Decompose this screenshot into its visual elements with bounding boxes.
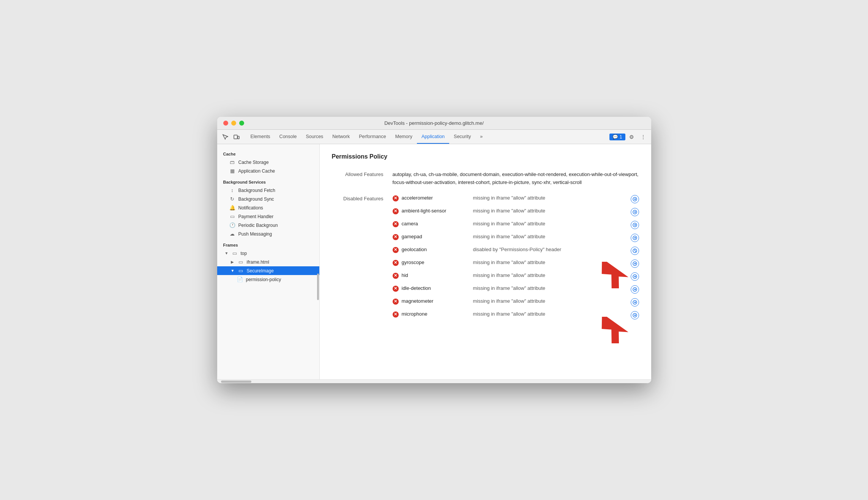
tab-console[interactable]: Console [275, 130, 301, 144]
feature-name-gamepad: gamepad [402, 234, 470, 239]
devtools-right-controls: 💬 1 ⚙ ⋮ [609, 132, 648, 142]
iframe-label: iframe.html [247, 259, 269, 265]
feature-row-accelerometer: ✕ accelerometer missing in iframe "allow… [393, 193, 639, 206]
file-icon: 📄 [237, 277, 243, 282]
periodic-bg-label: Periodic Backgroun [238, 223, 278, 228]
inspect-icon[interactable] [220, 132, 230, 142]
payment-handler-label: Payment Handler [238, 214, 274, 219]
sidebar-item-iframe[interactable]: ▭ iframe.html [217, 258, 319, 266]
tab-sources[interactable]: Sources [301, 130, 328, 144]
maximize-button[interactable] [239, 121, 244, 126]
error-icon-accelerometer: ✕ [393, 195, 399, 201]
sidebar-item-secure-image[interactable]: ▭ SecureImage [217, 266, 319, 275]
badge-count: 1 [620, 134, 622, 140]
feature-name-accelerometer: accelerometer [402, 195, 470, 201]
source-link-geolocation[interactable] [631, 247, 639, 255]
sidebar-item-periodic-bg[interactable]: 🕐 Periodic Backgroun [217, 221, 319, 230]
feature-reason-geolocation: disabled by "Permissions-Policy" header [473, 247, 628, 252]
source-link-hid[interactable] [631, 272, 639, 281]
error-icon-ambient: ✕ [393, 208, 399, 214]
sidebar-item-bg-sync[interactable]: ↻ Background Sync [217, 195, 319, 203]
frames-section-title: Frames [217, 238, 319, 249]
tab-security[interactable]: Security [449, 130, 475, 144]
notifications-label: Notifications [238, 205, 263, 211]
minimize-button[interactable] [231, 121, 236, 126]
svg-rect-1 [238, 136, 239, 139]
source-link-magnetometer[interactable] [631, 298, 639, 307]
devtools-tab-bar: Elements Console Sources Network Perform… [217, 130, 651, 144]
cache-storage-label: Cache Storage [238, 160, 269, 165]
source-link-gyroscope[interactable] [631, 259, 639, 268]
sidebar-item-cache-storage[interactable]: 🗃 Cache Storage [217, 158, 319, 167]
iframe-icon: ▭ [238, 259, 244, 265]
feature-row-idle: ✕ idle-detection missing in iframe "allo… [393, 283, 639, 296]
grid-icon: ▦ [229, 168, 235, 174]
sidebar-item-notifications[interactable]: 🔔 Notifications [217, 203, 319, 212]
console-badge-button[interactable]: 💬 1 [609, 134, 625, 140]
bg-fetch-label: Background Fetch [238, 188, 275, 193]
sidebar-item-application-cache[interactable]: ▦ Application Cache [217, 167, 319, 175]
feature-reason-camera: missing in iframe "allow" attribute [473, 221, 628, 226]
sidebar-item-payment-handler[interactable]: ▭ Payment Handler [217, 212, 319, 221]
iframe-expand-arrow[interactable] [231, 260, 235, 264]
tab-memory[interactable]: Memory [391, 130, 417, 144]
cache-section-title: Cache [217, 147, 319, 158]
source-link-gamepad[interactable] [631, 234, 639, 242]
feature-reason-idle: missing in iframe "allow" attribute [473, 285, 628, 291]
feature-name-hid: hid [402, 272, 470, 278]
database-icon: 🗃 [229, 159, 235, 165]
push-messaging-label: Push Messaging [238, 231, 272, 237]
traffic-lights [223, 121, 244, 126]
top-label: top [241, 251, 247, 256]
sidebar-item-top[interactable]: ▭ top [217, 249, 319, 258]
tab-more[interactable]: » [475, 130, 487, 144]
tab-network[interactable]: Network [328, 130, 354, 144]
svg-rect-0 [234, 135, 237, 139]
feature-row-geolocation: ✕ geolocation disabled by "Permissions-P… [393, 244, 639, 257]
secure-frame-icon: ▭ [238, 268, 244, 274]
feature-reason-gyroscope: missing in iframe "allow" attribute [473, 259, 628, 265]
source-link-camera[interactable] [631, 221, 639, 229]
clock-icon: 🕐 [229, 222, 235, 228]
source-link-idle[interactable] [631, 285, 639, 294]
feature-row-microphone: ✕ microphone missing in iframe "allow" a… [393, 309, 639, 322]
title-bar: DevTools - permission-policy-demo.glitch… [217, 117, 651, 130]
devtools-tabs: Elements Console Sources Network Perform… [246, 130, 609, 144]
feature-row-gyroscope: ✕ gyroscope missing in iframe "allow" at… [393, 257, 639, 270]
source-link-ambient[interactable] [631, 208, 639, 216]
tab-elements[interactable]: Elements [246, 130, 275, 144]
cloud-icon: ☁ [229, 231, 235, 237]
device-toggle-icon[interactable] [232, 132, 241, 142]
permission-policy-label: permission-policy [246, 277, 281, 282]
feature-name-camera: camera [402, 221, 470, 226]
sidebar-item-permission-policy[interactable]: 📄 permission-policy [217, 275, 319, 284]
feature-row-gamepad: ✕ gamepad missing in iframe "allow" attr… [393, 231, 639, 244]
tab-performance[interactable]: Performance [354, 130, 391, 144]
top-expand-arrow[interactable] [225, 251, 229, 255]
fetch-icon: ↕ [229, 187, 235, 193]
feature-reason-ambient: missing in iframe "allow" attribute [473, 208, 628, 214]
devtools-toolbar-icons [220, 132, 241, 142]
allowed-features-value: autoplay, ch-ua, ch-ua-mobile, document-… [393, 171, 639, 187]
bottom-scrollbar[interactable] [217, 379, 651, 383]
devtools-window: DevTools - permission-policy-demo.glitch… [217, 117, 651, 383]
close-button[interactable] [223, 121, 228, 126]
disabled-features-row: Disabled Features ✕ accelerometer missin… [332, 190, 639, 325]
feature-reason-microphone: missing in iframe "allow" attribute [473, 311, 628, 317]
tab-application[interactable]: Application [417, 130, 449, 144]
source-link-accelerometer[interactable] [631, 195, 639, 203]
feature-row-hid: ✕ hid missing in iframe "allow" attribut… [393, 270, 639, 283]
feature-name-idle: idle-detection [402, 285, 470, 291]
source-link-microphone[interactable] [631, 311, 639, 319]
disabled-features-table: ✕ accelerometer missing in iframe "allow… [393, 193, 639, 322]
more-options-button[interactable]: ⋮ [638, 132, 648, 142]
feature-name-geolocation: geolocation [402, 247, 470, 252]
error-icon-hid: ✕ [393, 273, 399, 279]
settings-button[interactable]: ⚙ [627, 132, 637, 142]
sidebar-item-bg-fetch[interactable]: ↕ Background Fetch [217, 186, 319, 195]
secure-image-expand-arrow[interactable] [231, 269, 235, 273]
sidebar-item-push-messaging[interactable]: ☁ Push Messaging [217, 230, 319, 238]
allowed-features-row: Allowed Features autoplay, ch-ua, ch-ua-… [332, 168, 639, 190]
error-icon-gyroscope: ✕ [393, 260, 399, 266]
bg-services-section-title: Background Services [217, 175, 319, 186]
